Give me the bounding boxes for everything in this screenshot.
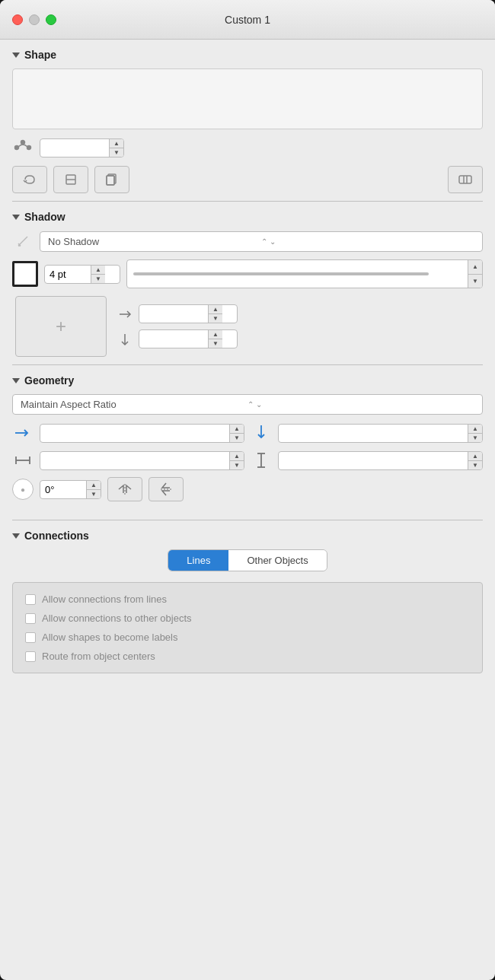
flip-vertical-btn[interactable] [148,477,184,501]
connections-title: Connections [24,530,89,542]
tab-other-objects[interactable]: Other Objects [228,550,326,571]
rotation-field[interactable]: 0° [40,481,86,498]
main-window: Custom 1 Shape [0,0,495,980]
shadow-x-field[interactable] [139,305,208,323]
x-value-input[interactable] [40,424,244,443]
checkbox-label-1: Allow connections from lines [42,593,167,605]
shadow-type-select[interactable]: No Shadow ⌃ ⌄ [40,231,483,252]
shadow-type-label: No Shadow [48,236,261,247]
shadow-blur-up[interactable] [91,266,105,275]
close-button[interactable] [12,14,23,25]
shadow-y-down[interactable] [209,339,222,348]
checkbox-allow-from-lines[interactable] [25,594,36,605]
checkbox-allow-labels[interactable] [25,632,36,643]
height-value-input[interactable] [278,451,483,470]
shadow-x-stepper [208,305,222,323]
x-up-btn[interactable] [230,425,244,434]
width-down-btn[interactable] [230,461,244,469]
edit-style-btn[interactable] [53,166,88,193]
svg-rect-6 [107,176,114,185]
shadow-y-row [116,329,238,348]
height-up-btn[interactable] [468,452,482,461]
connections-tab-row: Lines Other Objects [12,549,483,571]
shadow-blur-input[interactable]: 4 pt [44,265,120,284]
shadow-blur-row: 4 pt [12,259,483,288]
rotation-down-btn[interactable] [87,490,101,498]
height-field[interactable] [279,452,468,469]
shadow-blur-field[interactable]: 4 pt [45,266,91,283]
slider-bar [133,272,429,275]
checkbox-row-1: Allow connections from lines [25,593,470,605]
shadow-y-field[interactable] [139,330,208,348]
checkbox-route-centers[interactable] [25,651,36,662]
shadow-y-input[interactable] [139,329,238,348]
flip-horizontal-btn[interactable] [107,477,142,501]
width-value-input[interactable] [40,451,244,470]
y-value-input[interactable] [278,424,483,443]
style-up-btn[interactable] [110,139,123,148]
maximize-button[interactable] [46,14,56,25]
width-up-btn[interactable] [230,452,244,461]
shadow-x-up[interactable] [209,305,222,314]
x-field[interactable] [40,425,229,442]
x-down-btn[interactable] [230,434,244,442]
geometry-header: Geometry [12,374,483,387]
shadow-x-input[interactable] [139,304,238,323]
shape-header: Shape [12,49,483,61]
style-down-btn[interactable] [110,148,123,157]
geo-xy-row [12,422,483,444]
shadow-type-row: No Shadow ⌃ ⌄ [12,231,483,252]
shadow-divider [12,364,483,365]
height-down-btn[interactable] [468,461,482,469]
tab-lines[interactable]: Lines [168,550,228,571]
shadow-color-picker[interactable] [12,261,38,287]
x-position-icon [12,422,34,444]
opacity-down-btn[interactable] [468,275,482,288]
window-title: Custom 1 [225,14,270,26]
shadow-blur-down[interactable] [91,275,105,283]
shadow-offset-inputs [116,304,238,348]
checkbox-row-4: Route from object centers [25,651,470,662]
checkbox-allow-to-objects[interactable] [25,613,36,624]
y-stepper [468,425,482,442]
geo-rotation-row: ● 0° [12,477,483,501]
shadow-x-icon [116,305,134,323]
shadow-collapse-icon[interactable] [12,215,20,220]
reset-style-btn[interactable] [12,166,47,193]
panel-content: Shape [0,40,495,980]
rotation-up-btn[interactable] [87,481,101,490]
width-field[interactable] [40,452,229,469]
shadow-opacity-slider[interactable] [126,259,483,288]
shadow-offset-visual[interactable]: + [15,296,107,357]
x-stepper [229,425,244,442]
y-field[interactable] [279,425,468,442]
geo-wh-row [12,450,483,471]
rotation-dial[interactable]: ● [12,479,34,500]
slider-fill-area [127,260,468,288]
style-field[interactable] [40,139,109,157]
height-stepper [468,452,482,469]
opacity-up-btn[interactable] [468,260,482,275]
link-style-btn[interactable] [448,166,483,193]
minimize-button[interactable] [29,14,40,25]
connections-collapse-icon[interactable] [12,533,20,539]
style-input[interactable] [40,138,124,158]
shadow-y-up[interactable] [209,330,222,339]
svg-rect-8 [459,176,471,183]
shape-buttons-row [12,166,483,193]
shadow-offset-area: + [12,296,483,357]
shadow-x-down[interactable] [209,314,222,323]
connections-section: Connections Lines Other Objects Allow co… [12,530,483,673]
geometry-collapse-icon[interactable] [12,378,20,383]
shadow-select-arrow: ⌃ ⌄ [261,237,474,246]
y-up-btn[interactable] [468,425,482,434]
shadow-y-stepper [208,330,222,348]
shape-preview-box [12,68,483,129]
y-down-btn[interactable] [468,434,482,442]
aspect-ratio-select[interactable]: Maintain Aspect Ratio ⌃ ⌄ [12,394,483,415]
checkbox-label-4: Route from object centers [42,651,155,662]
geometry-section: Geometry Maintain Aspect Ratio ⌃ ⌄ [12,374,483,501]
shape-collapse-icon[interactable] [12,52,20,58]
rotation-input[interactable]: 0° [40,480,101,499]
copy-style-btn[interactable] [94,166,129,193]
